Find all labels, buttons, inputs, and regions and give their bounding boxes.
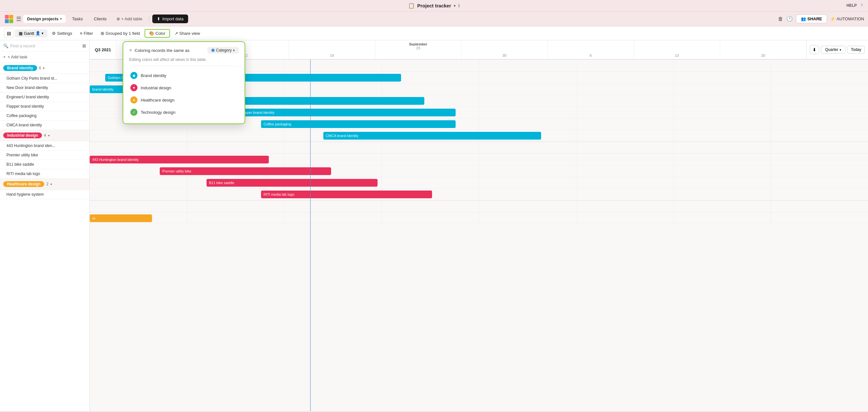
add-task-label: + Add task bbox=[8, 55, 27, 59]
bar-hygiene[interactable]: m bbox=[90, 214, 152, 222]
task-row[interactable]: New Door brand identity bbox=[0, 83, 89, 93]
add-table-plus-icon: ⊕ bbox=[117, 16, 120, 21]
add-table-button[interactable]: ⊕ + Add table bbox=[113, 15, 146, 23]
industrial-group-badge: Industrial design bbox=[3, 133, 42, 138]
gantt-person-icon: 👤 bbox=[35, 31, 40, 35]
brand-identity-dot: ◆ bbox=[130, 72, 137, 79]
automation-icon: ⚡ bbox=[830, 16, 835, 21]
task-row[interactable]: Flapper brand identity bbox=[0, 102, 89, 111]
bar-flapper[interactable]: Flapper brand identity bbox=[238, 109, 455, 116]
popup-info-text: Editing colors will affect all views in … bbox=[129, 57, 239, 66]
history-icon[interactable]: 🕐 bbox=[786, 16, 793, 22]
healthcare-group-count: 2 bbox=[46, 182, 49, 186]
info-icon[interactable]: ℹ bbox=[458, 3, 460, 8]
color-item-technology[interactable]: ✓ Technology design bbox=[129, 106, 239, 118]
industrial-group-count: 4 bbox=[44, 133, 46, 138]
bar-huntington[interactable]: 443 Huntington brand identity bbox=[90, 156, 269, 164]
color-item-healthcare[interactable]: ● Healthcare design bbox=[129, 94, 239, 106]
bar-cmca[interactable]: CMCA brand identity bbox=[323, 132, 541, 140]
category-badge[interactable]: Category ▾ bbox=[208, 47, 239, 54]
task-row[interactable]: Gotham City Parks brand id... bbox=[0, 74, 89, 83]
add-task-row[interactable]: + + Add task bbox=[0, 52, 89, 63]
group-header-industrial[interactable]: Industrial design 4 ▾ bbox=[0, 130, 89, 141]
share-button[interactable]: 👥 SHARE bbox=[796, 14, 827, 23]
task-row[interactable]: Hand hygiene system bbox=[0, 190, 89, 199]
clients-tab[interactable]: Clients bbox=[89, 15, 111, 23]
today-line bbox=[310, 60, 311, 411]
gantt-view-button[interactable]: ▦ Gantt 👤 ▾ bbox=[15, 29, 48, 37]
search-icon: 🔍 bbox=[3, 43, 8, 48]
settings-button[interactable]: ⚙ Settings bbox=[49, 29, 75, 37]
sidebar-toggle[interactable]: ▤ bbox=[4, 28, 13, 38]
day-30: 30 bbox=[502, 54, 506, 57]
task-row[interactable]: Premier utility bike bbox=[0, 150, 89, 160]
automation-button[interactable]: ⚡ AUTOMATION bbox=[830, 16, 864, 21]
share-view-label: Share view bbox=[179, 31, 200, 36]
import-icon: ⬆ bbox=[157, 16, 160, 21]
trash-icon[interactable]: 🗑 bbox=[778, 16, 783, 22]
color-item-brand[interactable]: ◆ Brand identity bbox=[129, 69, 239, 81]
menu-button[interactable]: ☰ bbox=[16, 15, 21, 23]
day-13: 13 bbox=[675, 54, 679, 57]
import-data-button[interactable]: ⬆ Import data bbox=[152, 14, 188, 23]
settings-gear-icon: ⚙ bbox=[52, 31, 56, 36]
grouped-icon: ⊞ bbox=[101, 31, 104, 36]
quarter-dropdown-icon[interactable]: ▾ bbox=[840, 48, 841, 52]
grouped-button[interactable]: ⊞ Grouped by 1 field bbox=[97, 29, 143, 37]
quarter-button[interactable]: Quarter ▾ bbox=[821, 46, 845, 54]
color-item-industrial[interactable]: ♥ Industrial design bbox=[129, 81, 239, 94]
project-title: Project tracker bbox=[417, 3, 451, 8]
collapse-icon[interactable]: ⊠ bbox=[82, 43, 86, 48]
design-projects-dropdown[interactable]: ▾ bbox=[60, 17, 62, 21]
task-row[interactable]: EngineerU brand identity bbox=[0, 93, 89, 102]
task-row[interactable]: CMCA brand identity bbox=[0, 121, 89, 130]
share-view-icon: ↗ bbox=[175, 31, 178, 36]
day-20: 20 bbox=[761, 54, 765, 57]
table-icon: 📋 bbox=[408, 3, 415, 9]
design-projects-label: Design projects bbox=[27, 16, 59, 21]
filter-button[interactable]: ≡ Filter bbox=[77, 29, 96, 37]
gantt-period: Q3 2021 bbox=[90, 40, 117, 59]
popup-title: Coloring records the same as bbox=[134, 48, 205, 53]
download-button[interactable]: ⬇ bbox=[810, 45, 819, 54]
add-task-icon: + bbox=[3, 55, 6, 59]
search-bar[interactable]: 🔍 Find a record ⊠ bbox=[0, 40, 89, 52]
quarter-label: Quarter bbox=[825, 47, 838, 52]
healthcare-group-chevron[interactable]: ▾ bbox=[50, 182, 52, 186]
title-dropdown-icon[interactable]: ▾ bbox=[454, 4, 456, 8]
industrial-design-dot: ♥ bbox=[130, 84, 137, 91]
bar-b11[interactable]: B11 bike saddle bbox=[207, 179, 378, 187]
today-button[interactable]: Today bbox=[847, 46, 865, 54]
bar-riti[interactable]: RITI media lab logo bbox=[261, 191, 432, 198]
category-dropdown-icon[interactable]: ▾ bbox=[233, 48, 235, 53]
task-row[interactable]: Coffee packaging bbox=[0, 111, 89, 121]
app-logo[interactable] bbox=[4, 14, 14, 24]
brand-group-chevron[interactable]: ▾ bbox=[43, 66, 44, 70]
bar-coffee[interactable]: Coffee packaging bbox=[261, 120, 456, 128]
popup-close-icon[interactable]: × bbox=[129, 47, 132, 53]
task-row[interactable]: 443 Huntington brand iden... bbox=[0, 141, 89, 150]
tasks-tab[interactable]: Tasks bbox=[68, 15, 88, 23]
healthcare-group-badge: Healthcare design bbox=[3, 181, 44, 187]
color-popup: × Coloring records the same as Category … bbox=[123, 41, 245, 124]
task-row[interactable]: B11 bike saddle bbox=[0, 160, 89, 169]
brand-group-count: 6 bbox=[39, 66, 41, 70]
design-projects-tab[interactable]: Design projects ▾ bbox=[23, 15, 66, 23]
group-header-healthcare[interactable]: Healthcare design 2 ▾ bbox=[0, 179, 89, 190]
healthcare-design-label: Healthcare design bbox=[141, 98, 175, 103]
color-button[interactable]: 🎨 Color bbox=[145, 29, 170, 38]
color-palette-icon: 🎨 bbox=[149, 31, 154, 36]
gantt-dropdown-icon[interactable]: ▾ bbox=[42, 31, 43, 35]
settings-label: Settings bbox=[57, 31, 72, 36]
bar-premier[interactable]: Premier utility bike bbox=[160, 167, 331, 175]
industrial-group-chevron[interactable]: ▾ bbox=[48, 134, 50, 137]
help-label[interactable]: HELP bbox=[846, 3, 857, 8]
group-header-brand[interactable]: Brand identity 6 ▾ bbox=[0, 63, 89, 74]
technology-design-dot: ✓ bbox=[130, 109, 137, 116]
share-view-button[interactable]: ↗ Share view bbox=[171, 29, 203, 37]
task-row[interactable]: RITI media lab logo bbox=[0, 169, 89, 179]
help-question: ? bbox=[861, 3, 863, 8]
brand-group-badge: Brand identity bbox=[3, 65, 37, 71]
day-23: 23 bbox=[416, 46, 420, 50]
filter-label: Filter bbox=[84, 31, 93, 36]
